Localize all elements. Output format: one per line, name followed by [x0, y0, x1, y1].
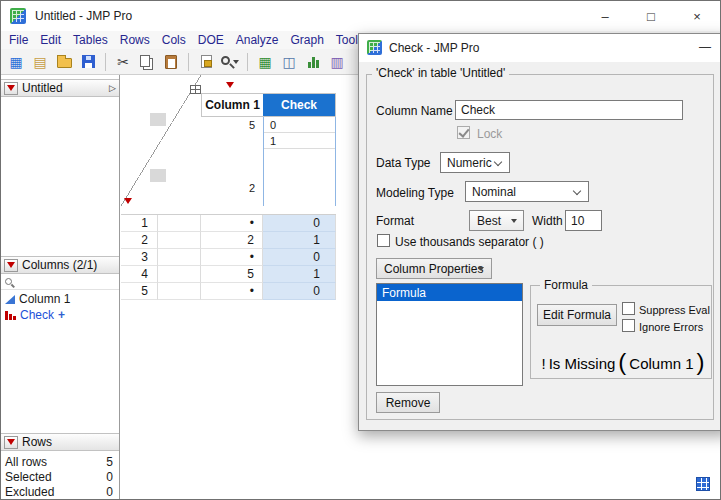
- close-button[interactable]: ×: [674, 1, 720, 31]
- menu-file[interactable]: File: [3, 31, 34, 49]
- rows-stat-excluded: Excluded 0: [1, 484, 119, 499]
- row-number-cell[interactable]: 5: [121, 283, 158, 300]
- row-state-cell[interactable]: [158, 232, 201, 249]
- cell-check[interactable]: 1: [263, 232, 336, 249]
- jmp-logo-icon: [367, 40, 382, 55]
- list-item-formula[interactable]: Formula: [377, 284, 522, 301]
- columns-panel-menu-button[interactable]: [4, 259, 18, 272]
- row-number-cell[interactable]: 4: [121, 266, 158, 283]
- graph-builder-button[interactable]: [302, 51, 324, 73]
- column-properties-button[interactable]: Column Properties: [376, 258, 492, 279]
- paste-button[interactable]: [160, 51, 182, 73]
- toolbar-separator: [247, 53, 248, 71]
- row-state-cell[interactable]: [158, 283, 201, 300]
- lock-checkbox[interactable]: [457, 126, 470, 139]
- minimize-button[interactable]: –: [582, 1, 628, 31]
- new-window-icon: ◫: [282, 55, 295, 69]
- modeling-type-dropdown[interactable]: Nominal: [465, 181, 589, 202]
- cell-column1[interactable]: 5: [201, 266, 263, 283]
- table-panel-menu-button[interactable]: [4, 82, 18, 95]
- columns-panel-title: Columns (2/1): [22, 258, 97, 272]
- cell-column1[interactable]: •: [201, 215, 263, 232]
- rows-panel-menu-button[interactable]: [4, 436, 18, 449]
- cell-column1[interactable]: •: [201, 249, 263, 266]
- new-journal-button[interactable]: ▤: [29, 51, 51, 73]
- table-row[interactable]: 4 5 1: [121, 266, 336, 283]
- cut-button[interactable]: ✂: [112, 51, 134, 73]
- column-header-row: Column 1 Check: [201, 93, 336, 117]
- dialog-minimize-button[interactable]: —: [691, 37, 719, 57]
- dialog-title: Check - JMP Pro: [389, 41, 479, 55]
- copy-button[interactable]: [136, 51, 158, 73]
- cell-check[interactable]: 0: [263, 215, 336, 232]
- zoom-button[interactable]: [219, 51, 241, 73]
- red-triangle-icon: [7, 85, 15, 91]
- table-row[interactable]: 3 • 0: [121, 249, 336, 266]
- rows-panel-title: Rows: [22, 435, 52, 449]
- cell-check[interactable]: 0: [263, 283, 336, 300]
- format-label: Format: [376, 214, 414, 228]
- width-input[interactable]: 10: [565, 210, 602, 231]
- row-number-cell[interactable]: 1: [121, 215, 158, 232]
- columns-menu-icon[interactable]: [226, 82, 234, 88]
- column-info-dialog: Check - JMP Pro — 'Check' in table 'Unti…: [358, 33, 721, 431]
- row-state-cell[interactable]: [158, 215, 201, 232]
- new-window-button[interactable]: ◫: [278, 51, 300, 73]
- panel-expand-icon[interactable]: ▷: [109, 83, 116, 93]
- table-row[interactable]: 2 2 1: [121, 232, 336, 249]
- cell-check[interactable]: 1: [263, 266, 336, 283]
- properties-listbox[interactable]: Formula: [376, 283, 523, 386]
- row-number-cell[interactable]: 3: [121, 249, 158, 266]
- stat-value: 5: [106, 455, 113, 469]
- titlebar: Untitled - JMP Pro – □ ×: [1, 1, 720, 31]
- column-list-item-column1[interactable]: Column 1: [1, 291, 119, 307]
- new-journal-icon: ▤: [33, 55, 46, 69]
- dialog-titlebar: Check - JMP Pro —: [359, 34, 721, 62]
- save-floppy-icon: [82, 55, 95, 68]
- table-panel-title: Untitled: [22, 81, 63, 95]
- edit-formula-button[interactable]: Edit Formula: [537, 304, 617, 326]
- suppress-eval-checkbox[interactable]: [622, 302, 635, 315]
- data-type-dropdown[interactable]: Numeric: [440, 152, 510, 173]
- report-button[interactable]: ▥: [326, 51, 348, 73]
- menu-doe[interactable]: DOE: [192, 31, 230, 49]
- column-name-input[interactable]: Check: [455, 100, 683, 120]
- table-corner-icon[interactable]: [696, 477, 710, 491]
- menu-graph[interactable]: Graph: [284, 31, 329, 49]
- cell-check[interactable]: 0: [263, 249, 336, 266]
- save-button[interactable]: [77, 51, 99, 73]
- table-row[interactable]: 5 • 0: [121, 283, 336, 300]
- column-list-item-check[interactable]: Check +: [1, 307, 119, 323]
- format-dropdown[interactable]: Best: [469, 210, 524, 231]
- columns-header-icon[interactable]: [190, 85, 201, 94]
- new-data-table-button[interactable]: ▦: [5, 51, 27, 73]
- menu-cols[interactable]: Cols: [156, 31, 192, 49]
- menu-edit[interactable]: Edit: [34, 31, 67, 49]
- row-state-cell[interactable]: [158, 249, 201, 266]
- maximize-button[interactable]: □: [628, 1, 674, 31]
- row-state-cell: [150, 113, 166, 126]
- open-button[interactable]: [53, 51, 75, 73]
- cell-column1[interactable]: •: [201, 283, 263, 300]
- menu-rows[interactable]: Rows: [114, 31, 156, 49]
- data-table-icon: ▦: [258, 55, 271, 69]
- remove-button[interactable]: Remove: [376, 392, 440, 413]
- menu-tables[interactable]: Tables: [67, 31, 114, 49]
- columns-search-box[interactable]: [1, 274, 119, 290]
- open-folder-icon: [57, 58, 72, 68]
- rows-menu-icon[interactable]: [124, 198, 132, 204]
- thousands-checkbox[interactable]: [377, 234, 390, 247]
- column-header-column1[interactable]: Column 1: [201, 94, 263, 116]
- lock-columns-button[interactable]: [195, 51, 217, 73]
- row-number-cell[interactable]: 2: [121, 232, 158, 249]
- column-header-check[interactable]: Check: [263, 94, 336, 116]
- table-row[interactable]: 1 • 0: [121, 215, 336, 232]
- cell-column1[interactable]: 2: [201, 232, 263, 249]
- data-table-button[interactable]: ▦: [254, 51, 276, 73]
- preview-cell: 1: [264, 133, 335, 149]
- toolbar-separator: [188, 53, 189, 71]
- menu-analyze[interactable]: Analyze: [230, 31, 285, 49]
- window-controls: – □ ×: [582, 1, 720, 31]
- row-state-cell[interactable]: [158, 266, 201, 283]
- ignore-errors-checkbox[interactable]: [622, 319, 635, 332]
